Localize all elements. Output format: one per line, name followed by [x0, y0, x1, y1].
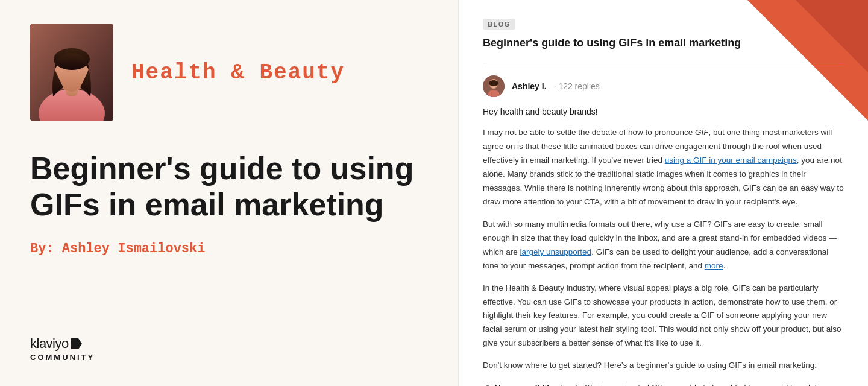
author-avatar [483, 75, 505, 97]
klaviyo-brand-name: klaviyo [30, 336, 69, 352]
gif-campaigns-link[interactable]: using a GIF in your email campaigns [665, 156, 797, 165]
author-byline: By: Ashley Ismailovski [30, 241, 428, 256]
paragraph-1: I may not be able to settle the debate o… [483, 126, 844, 209]
community-label: COMMUNITY [30, 353, 428, 362]
klaviyo-logo-icon [71, 338, 82, 349]
author-row: Ashley I. · 122 replies [483, 75, 844, 97]
tips-list: Use a small file size. In Klaviyo, anima… [483, 381, 844, 386]
svg-point-9 [489, 80, 498, 86]
left-panel: Health & Beauty Beginner's guide to usin… [0, 0, 458, 386]
article-body: I may not be able to settle the debate o… [483, 126, 844, 386]
greeting-text: Hey health and beauty brands! [483, 107, 844, 116]
klaviyo-logo: klaviyo [30, 336, 428, 352]
author-name: Ashley I. [512, 81, 547, 91]
klaviyo-logo-area: klaviyo COMMUNITY [30, 324, 428, 362]
paragraph-3: In the Health & Beauty industry, where v… [483, 282, 844, 351]
tip-1: Use a small file size. In Klaviyo, anima… [495, 381, 844, 386]
right-article-title: Beginner's guide to using GIFs in email … [483, 36, 844, 63]
author-photo-figure [30, 24, 113, 121]
right-panel: BLOG Beginner's guide to using GIFs in e… [458, 0, 868, 386]
paragraph-2: But with so many multimedia formats out … [483, 218, 844, 273]
header-area: Health & Beauty [30, 24, 428, 121]
replies-count: · 122 replies [554, 81, 600, 91]
author-photo [30, 24, 113, 121]
blog-badge: BLOG [483, 19, 515, 30]
category-title: Health & Beauty [131, 60, 345, 85]
largely-unsupported-link[interactable]: largely unsupported [520, 247, 592, 256]
more-link[interactable]: more [705, 261, 723, 270]
right-content: BLOG Beginner's guide to using GIFs in e… [459, 0, 868, 386]
svg-marker-6 [71, 338, 82, 349]
paragraph-4: Don't know where to get started? Here's … [483, 359, 844, 373]
main-title: Beginner's guide to using GIFs in email … [30, 151, 428, 223]
